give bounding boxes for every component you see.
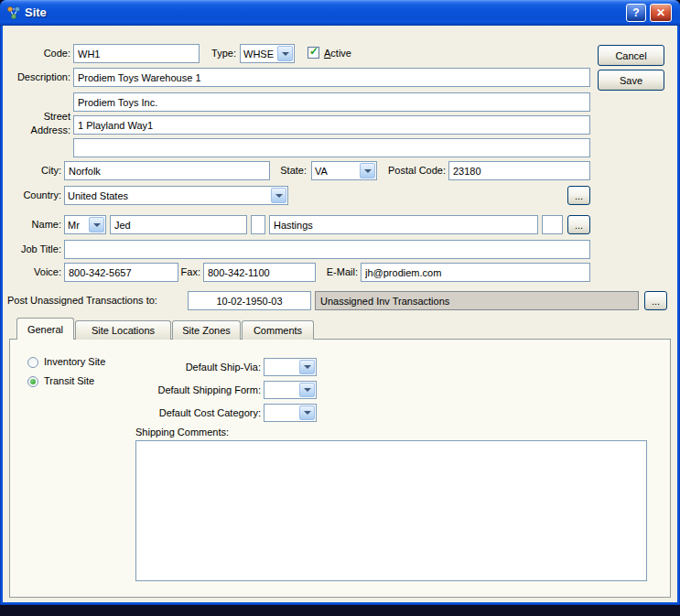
shipping-comments-label: Shipping Comments: <box>135 427 229 438</box>
close-button[interactable]: ✕ <box>650 4 672 22</box>
name-suffix-input[interactable] <box>542 215 563 234</box>
chevron-down-icon <box>275 194 283 198</box>
default-shipping-form-value <box>264 382 298 398</box>
name-label: Name: <box>4 219 61 230</box>
window-title: Site <box>25 5 47 19</box>
state-label: State: <box>270 165 307 176</box>
tab-site-locations[interactable]: Site Locations <box>75 320 171 340</box>
state-dropdown[interactable]: VA <box>311 161 377 180</box>
city-input[interactable] <box>64 161 270 180</box>
active-checkbox[interactable]: ✓ <box>308 47 319 59</box>
cancel-button[interactable]: Cancel <box>598 45 664 66</box>
middle-initial-input[interactable] <box>251 215 265 234</box>
transit-site-label[interactable]: Transit Site <box>44 375 94 386</box>
first-name-input[interactable] <box>110 215 247 234</box>
job-title-input[interactable] <box>64 240 590 259</box>
postal-code-input[interactable] <box>448 161 590 180</box>
street-address-line1-input[interactable] <box>73 92 590 112</box>
street-address-line2-input[interactable] <box>73 115 590 135</box>
postal-code-label: Postal Code: <box>380 165 446 176</box>
default-shipping-form-dropdown[interactable] <box>264 381 317 399</box>
inventory-site-radio[interactable] <box>27 357 38 368</box>
site-window: Site ? ✕ Code: Type: WHSE ✓ Active Cance… <box>0 0 680 605</box>
email-label: E-Mail: <box>317 266 358 277</box>
chevron-down-icon <box>282 52 289 56</box>
default-cost-category-value <box>264 405 298 421</box>
street-address-line3-input[interactable] <box>73 138 590 157</box>
street-address-label-line1: Street <box>4 111 70 122</box>
inventory-site-label[interactable]: Inventory Site <box>44 356 105 367</box>
account-lookup-button[interactable]: ... <box>644 291 667 310</box>
check-icon: ✓ <box>309 45 318 58</box>
code-input[interactable] <box>73 44 200 63</box>
save-button[interactable]: Save <box>598 70 664 91</box>
state-dropdown-button[interactable] <box>360 163 375 178</box>
tab-comments[interactable]: Comments <box>242 320 314 340</box>
type-dropdown-value: WHSE <box>241 45 276 62</box>
unassigned-account-description: Unassigned Inv Transactions <box>315 291 639 310</box>
tab-site-zones[interactable]: Site Zones <box>172 320 241 340</box>
type-label: Type: <box>200 48 236 59</box>
type-dropdown-button[interactable] <box>277 46 293 61</box>
chevron-down-icon <box>93 223 101 227</box>
street-address-label-line2: Address: <box>4 124 70 135</box>
description-label: Description: <box>4 71 70 82</box>
voice-label: Voice: <box>4 266 61 277</box>
default-cost-category-label: Default Cost Category: <box>128 407 261 418</box>
chevron-down-icon <box>304 388 311 392</box>
voice-input[interactable] <box>64 263 178 282</box>
description-input[interactable] <box>73 68 590 87</box>
default-shipping-form-label: Default Shipping Form: <box>128 384 261 395</box>
default-ship-via-value <box>264 359 298 375</box>
help-button[interactable]: ? <box>626 4 646 22</box>
active-label-rest: ctive <box>330 48 351 59</box>
unassigned-account-input[interactable] <box>188 291 311 310</box>
window-icon[interactable] <box>6 5 21 20</box>
country-dropdown-value: United States <box>65 187 270 204</box>
code-label: Code: <box>4 48 70 59</box>
chevron-down-icon <box>364 169 372 173</box>
country-dropdown-button[interactable] <box>271 188 286 203</box>
chevron-down-icon <box>304 365 311 369</box>
name-prefix-value: Mr <box>65 216 88 233</box>
country-dropdown[interactable]: United States <box>64 186 288 205</box>
city-label: City: <box>4 165 61 176</box>
transit-site-radio[interactable] <box>27 376 38 387</box>
fax-label: Fax: <box>177 266 200 277</box>
shipping-comments-textarea[interactable] <box>135 440 647 581</box>
post-unassigned-label: Post Unassigned Transactions to: <box>7 295 157 306</box>
tab-general[interactable]: General <box>16 318 74 340</box>
screen: Site ? ✕ Code: Type: WHSE ✓ Active Cance… <box>0 0 680 616</box>
address-lookup-button[interactable]: ... <box>567 186 590 205</box>
titlebar[interactable]: Site ? ✕ <box>0 0 680 26</box>
name-prefix-dropdown[interactable]: Mr <box>64 215 106 234</box>
state-dropdown-value: VA <box>312 162 359 179</box>
chevron-down-icon <box>304 411 311 415</box>
default-ship-via-label: Default Ship-Via: <box>128 362 261 373</box>
default-ship-via-dropdown[interactable] <box>264 358 317 376</box>
default-shipping-form-dropdown-button[interactable] <box>299 383 315 397</box>
type-dropdown[interactable]: WHSE <box>240 44 295 63</box>
default-ship-via-dropdown-button[interactable] <box>299 360 315 374</box>
last-name-input[interactable] <box>269 215 538 234</box>
fax-input[interactable] <box>203 263 316 282</box>
active-label[interactable]: Active <box>324 48 351 59</box>
country-label: Country: <box>4 189 61 200</box>
job-title-label: Job Title: <box>4 243 61 254</box>
default-cost-category-dropdown-button[interactable] <box>299 405 315 420</box>
name-prefix-dropdown-button[interactable] <box>89 217 104 232</box>
name-lookup-button[interactable]: ... <box>567 215 590 234</box>
default-cost-category-dropdown[interactable] <box>264 404 317 422</box>
email-input[interactable] <box>361 263 590 282</box>
